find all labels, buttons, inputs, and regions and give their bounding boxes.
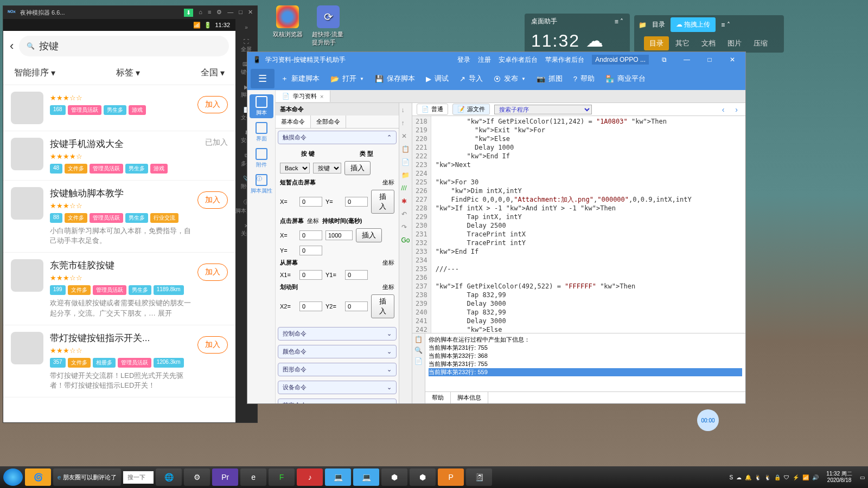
tray-clock[interactable]: 11:32 周二 2020/8/18 bbox=[822, 471, 857, 484]
vtool-icon[interactable]: 📄 bbox=[401, 158, 410, 167]
catalog-tab[interactable]: 文档 bbox=[696, 36, 721, 50]
task-item[interactable]: 🌐 bbox=[156, 468, 182, 486]
nav-next-icon[interactable]: › bbox=[732, 105, 741, 114]
task-item[interactable]: F bbox=[269, 468, 295, 486]
widget-menu-icon[interactable]: ≡ ˄ bbox=[721, 21, 730, 29]
search-input[interactable] bbox=[39, 41, 221, 52]
join-button[interactable]: 加入 bbox=[197, 96, 228, 113]
key-select[interactable]: Back bbox=[280, 163, 310, 174]
nox-titlebar[interactable]: ᴺᴼˣ 夜神模拟器 6.6... ⬇ ⌂ ≡ ⚙ — □ ✕ bbox=[3, 6, 257, 19]
code-editor[interactable]: 2182192202212222232242252262272282292302… bbox=[412, 116, 745, 333]
out-icon[interactable]: 🔍 bbox=[414, 346, 423, 354]
cmd-section-other[interactable]: 其它命令⌄ bbox=[278, 399, 397, 403]
task-item[interactable]: 💻 bbox=[353, 468, 379, 486]
search-box[interactable]: 🔍 bbox=[19, 36, 229, 56]
task-item[interactable]: Pr bbox=[212, 468, 238, 486]
type-select[interactable]: 按键 bbox=[313, 163, 341, 174]
vtool-icon[interactable]: /// bbox=[401, 184, 410, 193]
vtool-icon[interactable]: ✱ bbox=[401, 197, 410, 206]
sort-tab[interactable]: 智能排序 ▾ bbox=[14, 67, 55, 79]
task-item[interactable]: ⚙ bbox=[184, 468, 210, 486]
device-select[interactable]: Android OPPO ... bbox=[592, 55, 649, 65]
view-normal[interactable]: 📄普通 bbox=[417, 104, 448, 115]
list-item[interactable]: 按键触动脚本教学 ★★★☆☆ 88文件多管理员活跃男生多行业交流 小白萌新学习脚… bbox=[3, 181, 235, 253]
nav-script[interactable]: 脚本 bbox=[250, 94, 273, 118]
gear-icon[interactable]: ⚙ bbox=[216, 9, 222, 17]
minimize-icon[interactable]: — bbox=[679, 56, 694, 63]
output-text[interactable]: 你的脚本在运行过程中产生如下信息： 当前脚本第231行: 755 当前脚本第23… bbox=[425, 333, 745, 391]
vtool-icon[interactable]: ↷ bbox=[401, 223, 410, 232]
toolbar-保存脚本[interactable]: 💾保存脚本 bbox=[369, 70, 420, 87]
region-tab[interactable]: 全国 ▾ bbox=[201, 67, 225, 79]
group-list[interactable]: ★★★☆☆ 168管理员活跃男生多游戏 加入 按键手机游戏大全 ★★★★☆ 48… bbox=[3, 85, 235, 422]
task-item[interactable]: 📓 bbox=[466, 468, 492, 486]
dur-input[interactable] bbox=[326, 230, 353, 240]
x1-input[interactable] bbox=[299, 270, 322, 280]
task-browser[interactable]: e 朋友圈可以删评论了 bbox=[53, 468, 121, 486]
record-timer[interactable]: 00:00 bbox=[697, 409, 719, 431]
list-item[interactable]: ★★★☆☆ 168管理员活跃男生多游戏 加入 bbox=[3, 85, 235, 131]
y1-input[interactable] bbox=[345, 270, 368, 280]
widget-menu-icon[interactable]: ≡ ˄ bbox=[615, 18, 623, 25]
join-button[interactable]: 加入 bbox=[197, 336, 228, 354]
login-link[interactable]: 登录 bbox=[457, 55, 470, 65]
list-item[interactable]: 东莞市硅胶按键 ★★★☆☆ 199文件多管理员活跃男生多1189.8km 欢迎有… bbox=[3, 253, 235, 325]
catalog-tab[interactable]: 目录 bbox=[644, 36, 669, 50]
vtool-icon[interactable]: ↑ bbox=[401, 119, 410, 128]
tray-icon[interactable]: ☁ bbox=[736, 474, 742, 480]
cmd-section-color[interactable]: 颜色命令⌄ bbox=[278, 345, 397, 358]
vtool-icon[interactable]: ↓ bbox=[401, 106, 410, 115]
cmd-section-control[interactable]: 控制命令⌄ bbox=[278, 327, 397, 341]
output-tab-info[interactable]: 脚本信息 bbox=[451, 392, 488, 403]
insert-button[interactable]: 插入 bbox=[371, 294, 394, 318]
tray-icon[interactable]: 🛡 bbox=[784, 474, 789, 480]
toolbar-商业平台[interactable]: 🏪商业平台 bbox=[600, 70, 651, 87]
upload-button[interactable]: ☁ 拖拽上传 bbox=[671, 17, 716, 32]
join-button[interactable]: 加入 bbox=[197, 264, 228, 281]
cmd-section-device[interactable]: 设备命令⌄ bbox=[278, 381, 397, 394]
close-icon[interactable]: ✕ bbox=[248, 9, 253, 17]
vtool-icon[interactable]: ↶ bbox=[401, 210, 410, 219]
tray-icon[interactable]: 🔒 bbox=[774, 474, 781, 480]
out-icon[interactable]: 📋 bbox=[414, 336, 423, 343]
list-item[interactable]: 带灯按键按钮指示开关... ★★★☆☆ 357文件多相册多管理员活跃1206.3… bbox=[3, 325, 235, 397]
tray-icon[interactable]: ▭ bbox=[860, 474, 865, 480]
task-item[interactable]: 💻 bbox=[325, 468, 351, 486]
join-button[interactable]: 加入 bbox=[197, 191, 228, 209]
tray-icon[interactable]: S bbox=[730, 474, 733, 480]
vtool-icon[interactable]: 📋 bbox=[401, 145, 410, 154]
task-item[interactable]: ⬢ bbox=[410, 468, 436, 486]
toolbar-导入[interactable]: ↗导入 bbox=[454, 70, 488, 87]
ios-backend-link[interactable]: 苹果作者后台 bbox=[545, 55, 584, 65]
y-input[interactable] bbox=[345, 197, 368, 207]
cmd-subtab-basic[interactable]: 基本命令 bbox=[276, 115, 311, 128]
insert-button[interactable]: 插入 bbox=[356, 228, 382, 242]
tap-y-input[interactable] bbox=[299, 246, 322, 255]
vtool-icon[interactable]: ✕ bbox=[401, 132, 410, 141]
undock-icon[interactable]: ⧉ bbox=[656, 56, 672, 63]
toolbar-发布[interactable]: ⦿发布▼ bbox=[488, 70, 531, 87]
toolbar-调试[interactable]: ▶调试 bbox=[420, 70, 454, 87]
back-icon[interactable]: ‹ bbox=[10, 39, 14, 53]
ide-titlebar[interactable]: 📱 学习资料-按键精灵手机助手 登录 注册 安卓作者后台 苹果作者后台 Andr… bbox=[247, 52, 745, 67]
insert-button[interactable]: 插入 bbox=[344, 161, 371, 175]
android-backend-link[interactable]: 安卓作者后台 bbox=[499, 55, 538, 65]
toolbar-帮助[interactable]: ?帮助 bbox=[568, 70, 600, 87]
tray-icon[interactable]: ⚡ bbox=[793, 474, 799, 480]
task-item[interactable]: P bbox=[438, 468, 464, 486]
desktop-icon-flow[interactable]: ⟳ 超快排·流量提升助手 bbox=[312, 5, 344, 47]
view-source[interactable]: 📝源文件 bbox=[452, 104, 490, 115]
list-item[interactable]: 按键手机游戏大全 ★★★★☆ 48文件多管理员活跃男生多游戏 已加入 bbox=[3, 131, 235, 181]
catalog-tab[interactable]: 压缩 bbox=[748, 36, 773, 50]
task-search[interactable]: 搜一下 bbox=[123, 471, 154, 484]
sub-search[interactable]: 搜索子程序 bbox=[494, 105, 592, 114]
nav-prop[interactable]: ⓘ脚本属性 bbox=[250, 172, 273, 196]
toolbar-抓图[interactable]: 📷抓图 bbox=[531, 70, 568, 87]
tray-icon[interactable]: 🔔 bbox=[745, 474, 751, 480]
minimize-icon[interactable]: — bbox=[227, 9, 233, 17]
task-item[interactable]: ⬢ bbox=[381, 468, 407, 486]
tray-icon[interactable]: 🔊 bbox=[812, 474, 819, 480]
nav-prev-icon[interactable]: ‹ bbox=[719, 105, 728, 114]
start-button[interactable] bbox=[3, 468, 23, 486]
vtool-icon[interactable]: 📁 bbox=[401, 171, 410, 180]
